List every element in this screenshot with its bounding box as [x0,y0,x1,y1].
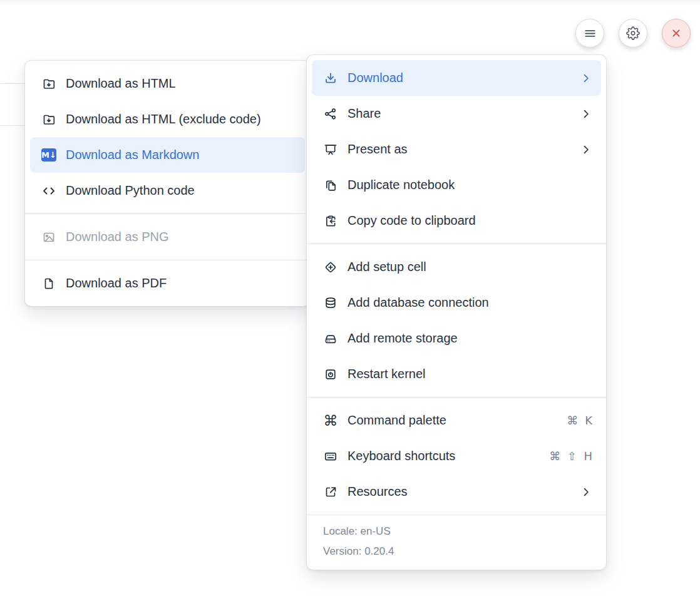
background-cell-border [0,125,28,126]
menu-item-resources[interactable]: Resources [312,474,601,510]
menu-item-download-as-pdf[interactable]: Download as PDF [30,265,305,301]
version-text: Version: 0.20.4 [323,542,590,562]
menu-item-label: Download as HTML [66,76,296,91]
settings-button[interactable] [619,19,647,48]
close-icon [669,26,683,40]
menu-item-download-as-html[interactable]: Download as HTML [30,66,305,101]
keyboard-icon [323,449,338,464]
menu-item-keyboard-shortcuts[interactable]: Keyboard shortcuts ⌘⇧H [312,438,601,474]
locale-text: Locale: en-US [323,521,590,542]
menu-item-label: Resources [347,485,570,499]
menu-item-label: Present as [347,142,570,157]
command-icon: ⌘ [323,413,338,428]
image-icon [41,230,56,245]
external-link-icon [323,485,338,500]
menu-item-download[interactable]: Download [312,60,601,96]
diamond-plus-icon [323,260,338,275]
menu-item-label: Command palette [347,413,557,428]
folder-download-icon [41,112,56,127]
background-cell-border [0,83,28,84]
power-square-icon [323,367,338,382]
hamburger-icon [583,26,597,41]
menu-item-download-as-markdown[interactable]: M↓ Download as Markdown [30,137,305,173]
menu-item-download-as-html-exclude-code[interactable]: Download as HTML (exclude code) [30,101,305,137]
menu-item-label: Add setup cell [347,260,592,274]
menu-item-label: Download [347,71,570,85]
menu-item-label: Restart kernel [347,367,592,381]
hamburger-menu-button[interactable] [575,19,604,48]
menu-item-duplicate-notebook[interactable]: Duplicate notebook [312,167,601,203]
chevron-right-icon [580,72,592,85]
folder-download-icon [41,76,56,91]
keyboard-shortcut: ⌘K [567,414,592,427]
download-submenu: Download as HTML Download as HTML (exclu… [25,61,310,306]
download-icon [323,71,338,86]
gear-icon [626,26,640,40]
menu-item-label: Download as PNG [66,230,296,244]
menu-item-label: Download as PDF [66,276,296,290]
markdown-badge-icon: M↓ [41,148,56,163]
duplicate-icon [323,178,338,193]
window-toolbar [575,19,691,48]
code-icon [41,183,56,198]
presentation-icon [323,142,338,157]
menu-item-label: Add database connection [347,295,592,310]
main-menu: Download Share [307,55,606,570]
menu-item-restart-kernel[interactable]: Restart kernel [312,356,601,392]
keyboard-shortcut: ⌘⇧H [549,449,592,463]
menu-item-label: Download Python code [66,183,296,198]
chevron-right-icon [580,108,592,120]
menu-item-label: Share [347,106,570,121]
share-icon [323,106,338,121]
menu-item-label: Download as HTML (exclude code) [66,112,296,126]
menu-item-label: Keyboard shortcuts [347,449,540,463]
menu-item-add-setup-cell[interactable]: Add setup cell [312,249,601,285]
menu-item-label: Duplicate notebook [347,178,592,192]
close-button[interactable] [662,19,691,48]
menu-item-copy-code-to-clipboard[interactable]: Copy code to clipboard [312,203,601,239]
menu-item-label: Add remote storage [347,331,592,346]
menu-item-download-python-code[interactable]: Download Python code [30,173,305,208]
clipboard-arrow-icon [323,213,338,228]
file-icon [41,276,56,291]
menu-item-add-remote-storage[interactable]: Add remote storage [312,321,601,356]
menu-item-command-palette[interactable]: ⌘ Command palette ⌘K [312,403,601,438]
menu-item-label: Download as Markdown [66,148,296,162]
chevron-right-icon [580,486,592,498]
menu-item-add-database-connection[interactable]: Add database connection [312,285,601,321]
storage-drive-icon [323,331,338,346]
chevron-right-icon [580,143,592,156]
menu-item-label: Copy code to clipboard [347,213,592,228]
menu-item-share[interactable]: Share [312,96,601,131]
page-top-border [0,1,700,1]
menu-item-present-as[interactable]: Present as [312,131,601,167]
menu-item-download-as-png[interactable]: Download as PNG [30,219,305,255]
menu-footer: Locale: en-US Version: 0.20.4 [307,515,606,570]
database-icon [323,295,338,311]
